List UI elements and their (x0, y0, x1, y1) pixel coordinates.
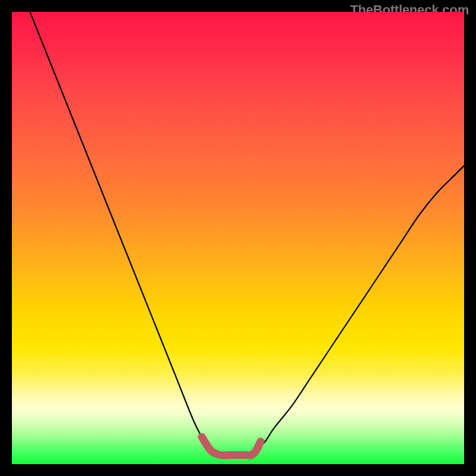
curve-layer (12, 12, 464, 464)
plot-area (12, 12, 464, 464)
left-curve (30, 12, 220, 455)
right-curve (252, 165, 464, 455)
chart-frame: TheBottleneck.com (0, 0, 476, 476)
bottom-flat-highlight (202, 437, 261, 455)
